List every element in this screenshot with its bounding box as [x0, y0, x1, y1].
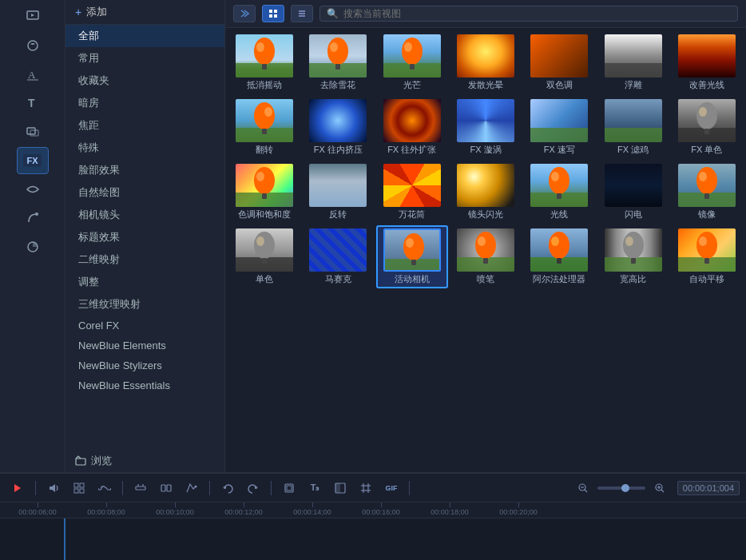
nav-grid-button[interactable] — [262, 5, 284, 22]
effect-item-fx_outin[interactable]: FX 往外扩张 — [376, 96, 448, 159]
effect-item-emboss[interactable]: 浮雕 — [597, 31, 669, 94]
cat-item-camera[interactable]: 相机镜头 — [65, 204, 224, 226]
cat-item-newblue-st[interactable]: NewBlue Stylizers — [65, 355, 224, 375]
effect-item-autopan[interactable]: 自动平移 — [671, 225, 743, 288]
cat-item-3d[interactable]: 三维纹理映射 — [65, 293, 224, 316]
effect-item-duotone[interactable]: 双色调 — [523, 31, 595, 94]
cat-item-natural[interactable]: 自然绘图 — [65, 181, 224, 204]
crop-button[interactable] — [355, 479, 377, 498]
svg-point-75 — [699, 236, 707, 246]
effect-item-activecam[interactable]: 活动相机 — [376, 225, 448, 288]
fit-button[interactable] — [278, 479, 300, 498]
svg-line-98 — [585, 490, 587, 492]
cat-item-newblue-es[interactable]: NewBlue Essentials — [65, 375, 224, 395]
zoom-slider[interactable] — [597, 487, 645, 490]
cat-item-newblue-el[interactable]: NewBlue Elements — [65, 336, 224, 355]
effect-label-improve: 改善光线 — [689, 79, 724, 91]
toolbar-fx[interactable]: FX — [17, 147, 49, 174]
effect-item-fx_mono[interactable]: FX 单色 — [671, 96, 743, 159]
cat-item-2d[interactable]: 二维映射 — [65, 248, 224, 271]
effect-item-scatter[interactable]: 发散光晕 — [450, 31, 522, 94]
effect-item-lightning[interactable]: 闪电 — [597, 161, 669, 224]
effect-item-denoise[interactable]: 去除雪花 — [302, 31, 374, 94]
effect-item-stabilize[interactable]: 抵消摇动 — [228, 31, 300, 94]
toolbar-overlay[interactable] — [17, 118, 49, 145]
grid-button[interactable] — [68, 479, 90, 498]
audio-button[interactable] — [42, 479, 65, 498]
cat-item-darkroom[interactable]: 暗房 — [65, 92, 224, 114]
cat-item-corel[interactable]: Corel FX — [65, 316, 224, 336]
effect-item-mosaic[interactable]: 马赛克 — [302, 225, 374, 288]
effect-label-fx_mono: FX 单色 — [691, 144, 722, 156]
mask-button[interactable] — [329, 479, 351, 498]
effect-item-colorhue[interactable]: 色调和饱和度 — [228, 161, 300, 224]
svg-point-27 — [402, 38, 423, 65]
effect-item-mirror[interactable]: 镜像 — [671, 161, 743, 224]
effect-label-fx_speed: FX 速写 — [544, 144, 575, 156]
effect-item-flip[interactable]: 翻转 — [228, 96, 300, 159]
effect-thumb-stabilize — [236, 34, 293, 77]
text3d-button[interactable]: T₃ — [304, 479, 326, 498]
toolbar-title[interactable]: T — [17, 89, 49, 117]
link-button[interactable] — [93, 479, 116, 498]
icon-toolbar: A T FX — [0, 0, 65, 472]
effect-item-mono2[interactable]: 单色 — [228, 225, 300, 288]
undo-button[interactable] — [216, 479, 239, 498]
effect-item-kaleidoscope[interactable]: 万花筒 — [376, 161, 448, 224]
toolbar-audio[interactable] — [17, 32, 49, 59]
effect-item-aspect[interactable]: 宽高比 — [597, 225, 669, 288]
effect-thumb-duotone — [530, 34, 588, 77]
search-box[interactable]: 🔍 — [319, 6, 738, 22]
toolbar-color[interactable] — [17, 233, 49, 260]
zoom-in-button[interactable] — [649, 479, 671, 498]
svg-rect-10 — [76, 459, 85, 465]
ruler-mark: 00:00:20;00 — [484, 502, 553, 516]
effect-label-scatter: 发散光晕 — [468, 79, 503, 91]
cat-item-favorites[interactable]: 收藏夹 — [65, 70, 224, 92]
toolbar-text[interactable]: A — [17, 61, 49, 88]
effect-item-spray[interactable]: 喷笔 — [450, 225, 522, 288]
toolbar-media[interactable] — [17, 3, 49, 30]
effect-item-reverse[interactable]: 反转 — [302, 161, 374, 224]
trim-button[interactable] — [129, 479, 152, 498]
cat-item-title[interactable]: 标题效果 — [65, 226, 224, 248]
split-button[interactable] — [155, 479, 177, 498]
toolbar-transition[interactable] — [17, 176, 49, 203]
zoom-out-button[interactable] — [572, 479, 594, 498]
cat-item-adjust[interactable]: 调整 — [65, 271, 224, 293]
effect-item-improve[interactable]: 改善光线 — [671, 31, 743, 94]
current-time: 00:00:01;004 — [677, 481, 740, 495]
effect-item-fx_speed[interactable]: FX 速写 — [523, 96, 595, 159]
svg-rect-80 — [74, 489, 78, 493]
cat-item-face[interactable]: 脸部效果 — [65, 159, 224, 181]
nav-back-button[interactable] — [233, 5, 256, 22]
cat-item-common[interactable]: 常用 — [65, 47, 224, 70]
effect-label-fx_vortex: FX 漩涡 — [470, 144, 501, 156]
effect-item-fx_inout[interactable]: FX 往内挤压 — [302, 96, 374, 159]
cat-item-special[interactable]: 特殊 — [65, 137, 224, 159]
cat-item-focus[interactable]: 焦距 — [65, 114, 224, 137]
toolbar-motion[interactable] — [17, 205, 49, 232]
redo-button[interactable] — [242, 479, 264, 498]
effect-item-fx_vortex[interactable]: FX 漩涡 — [450, 96, 522, 159]
timeline-toolbar: T₃ GIF 00:00:01;004 — [0, 474, 746, 502]
svg-point-20 — [256, 42, 264, 52]
add-button[interactable]: + 添加 — [65, 0, 224, 25]
effect-item-lensflare[interactable]: 镜头闪光 — [450, 161, 522, 224]
effect-item-glow[interactable]: 光芒 — [376, 31, 448, 94]
effect-item-fx_wave[interactable]: FX 滤鸡 — [597, 96, 669, 159]
gif-button[interactable]: GIF — [380, 479, 403, 498]
browse-button[interactable]: 浏览 — [65, 450, 224, 472]
effect-item-arlfas[interactable]: 阿尔法处理器 — [523, 225, 595, 288]
effect-item-light[interactable]: 光线 — [523, 161, 595, 224]
nav-list-button[interactable] — [291, 5, 313, 22]
motion-button[interactable] — [181, 479, 203, 498]
cat-item-all[interactable]: 全部 — [65, 25, 224, 47]
svg-point-39 — [699, 107, 707, 117]
ruler-mark: 00:00:08;00 — [72, 502, 141, 516]
play-button[interactable] — [6, 479, 29, 498]
svg-rect-52 — [704, 193, 709, 199]
search-input[interactable] — [343, 8, 731, 19]
effect-thumb-mono2 — [236, 228, 293, 272]
separator-3 — [209, 481, 210, 495]
